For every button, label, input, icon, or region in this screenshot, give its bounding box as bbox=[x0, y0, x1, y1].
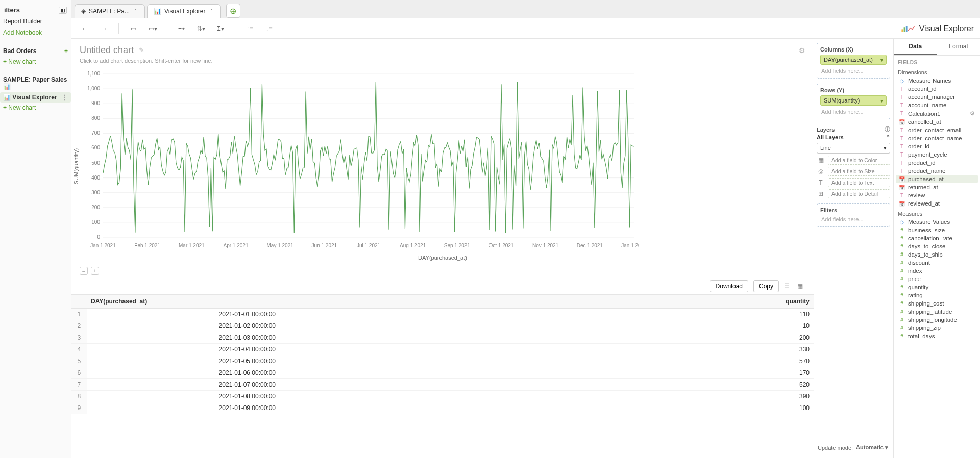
sigma-button[interactable]: Σ▾ bbox=[213, 21, 228, 36]
field-shipping-latitude[interactable]: #shipping_latitude bbox=[896, 308, 978, 316]
field-cancellation-rate[interactable]: #cancellation_rate bbox=[896, 234, 978, 242]
field-days-to-close[interactable]: #days_to_close bbox=[896, 242, 978, 250]
text-mark-field[interactable]: Add a field to Text bbox=[828, 178, 890, 187]
field-index[interactable]: #index bbox=[896, 267, 978, 275]
tab-menu-icon[interactable]: ⋮ bbox=[133, 8, 138, 15]
layout-button[interactable]: ▭ bbox=[126, 21, 140, 36]
table-row[interactable]: 22021-01-02 00:00:0010 bbox=[71, 320, 814, 332]
data-table: DAY(purchased_at) quantity 12021-01-01 0… bbox=[71, 294, 814, 458]
mark-type-select[interactable]: Line▾ bbox=[817, 143, 890, 154]
filters-shelf[interactable]: Filters Add fields here... bbox=[817, 203, 890, 227]
brand-title: Visual Explorer bbox=[919, 24, 974, 33]
rows-pill[interactable]: SUM(quantity)▾ bbox=[820, 95, 887, 106]
columns-placeholder[interactable]: Add fields here... bbox=[820, 67, 887, 75]
update-mode-select[interactable]: Automatic ▾ bbox=[856, 444, 888, 451]
table-row[interactable]: 12021-01-01 00:00:00110 bbox=[71, 309, 814, 320]
field-days-to-ship[interactable]: #days_to_ship bbox=[896, 250, 978, 259]
fields-heading: FIELDS bbox=[894, 56, 980, 66]
tab-menu-icon[interactable]: ⋮ bbox=[209, 8, 214, 15]
columns-shelf[interactable]: Columns (X) DAY(purchased_at)▾ Add field… bbox=[817, 43, 890, 79]
field-business-size[interactable]: #business_size bbox=[896, 226, 978, 234]
tab-sample[interactable]: ◈ SAMPLE: Pa... ⋮ bbox=[75, 4, 145, 18]
field-shipping-zip[interactable]: #shipping_zip bbox=[896, 324, 978, 332]
add-tab-button[interactable]: ⊕ bbox=[226, 4, 240, 18]
sort-desc-button[interactable]: ↓≡ bbox=[262, 21, 276, 36]
table-row[interactable]: 92021-01-09 00:00:00100 bbox=[71, 402, 814, 414]
chart-description[interactable]: Click to add chart description. Shift-en… bbox=[80, 58, 805, 64]
card-view-icon[interactable]: ▦ bbox=[797, 283, 805, 290]
field-measure-values[interactable]: ◇Measure Values bbox=[896, 218, 978, 226]
add-dimension-button[interactable]: +٭ bbox=[175, 21, 189, 36]
add-section-icon[interactable]: + bbox=[64, 47, 68, 55]
table-row[interactable]: 62021-01-06 00:00:00170 bbox=[71, 367, 814, 379]
rows-shelf[interactable]: Rows (Y) SUM(quantity)▾ Add fields here.… bbox=[817, 84, 890, 119]
table-row[interactable]: 42021-01-04 00:00:00330 bbox=[71, 344, 814, 355]
layout-dropdown[interactable]: ▭▾ bbox=[145, 21, 160, 36]
report-builder-link[interactable]: Report Builder bbox=[0, 16, 71, 27]
field-quantity[interactable]: #quantity bbox=[896, 283, 978, 291]
field-returned-at[interactable]: 📅returned_at bbox=[896, 183, 978, 191]
chart-title[interactable]: Untitled chart bbox=[80, 45, 134, 56]
expand-button[interactable]: + bbox=[91, 267, 99, 275]
sort-button[interactable]: ⇅▾ bbox=[194, 21, 208, 36]
all-layers-toggle[interactable]: All Layers⌃ bbox=[817, 134, 890, 141]
size-mark-field[interactable]: Add a field to Size bbox=[828, 167, 890, 176]
field-rating[interactable]: #rating bbox=[896, 291, 978, 299]
table-row[interactable]: 82021-01-08 00:00:00390 bbox=[71, 391, 814, 402]
edit-title-icon[interactable]: ✎ bbox=[139, 46, 144, 54]
detail-mark-field[interactable]: Add a field to Detail bbox=[828, 189, 890, 198]
field-account-id[interactable]: Taccount_id bbox=[896, 85, 978, 93]
field-price[interactable]: #price bbox=[896, 275, 978, 283]
field-calculation1[interactable]: TCalculation1⚙ bbox=[896, 109, 978, 118]
field-order-contact-email[interactable]: Torder_contact_email bbox=[896, 126, 978, 134]
field-account-name[interactable]: Taccount_name bbox=[896, 101, 978, 109]
table-row[interactable]: 72021-01-07 00:00:00520 bbox=[71, 379, 814, 391]
field-discount[interactable]: #discount bbox=[896, 259, 978, 267]
field-total-days[interactable]: #total_days bbox=[896, 332, 978, 340]
field-product-name[interactable]: Tproduct_name bbox=[896, 167, 978, 175]
forward-button[interactable]: → bbox=[97, 21, 111, 36]
line-chart[interactable]: 01002003004005006007008009001,0001,100Ja… bbox=[78, 69, 639, 252]
table-row[interactable]: 52021-01-05 00:00:00570 bbox=[71, 355, 814, 367]
section-bad-orders[interactable]: Bad Orders bbox=[3, 47, 36, 55]
field-shipping-cost[interactable]: #shipping_cost bbox=[896, 299, 978, 308]
columns-pill[interactable]: DAY(purchased_at)▾ bbox=[820, 55, 887, 65]
field-order-contact-name[interactable]: Torder_contact_name bbox=[896, 134, 978, 142]
table-row[interactable]: 32021-01-03 00:00:00200 bbox=[71, 332, 814, 344]
field-purchased-at[interactable]: 📅purchased_at bbox=[896, 175, 978, 183]
tab-visual-explorer[interactable]: 📊 Visual Explorer ⋮ bbox=[147, 4, 220, 18]
calc-gear-icon[interactable]: ⚙ bbox=[970, 110, 975, 117]
field-measure-names[interactable]: ◇Measure Names bbox=[896, 77, 978, 85]
field-shipping-longitude[interactable]: #shipping_longitude bbox=[896, 316, 978, 324]
layers-label: Layers bbox=[817, 126, 835, 133]
field-order-id[interactable]: Torder_id bbox=[896, 142, 978, 150]
field-product-id[interactable]: Tproduct_id bbox=[896, 159, 978, 167]
layers-info-icon[interactable]: ⓘ bbox=[885, 125, 890, 133]
tab-data[interactable]: Data bbox=[894, 39, 937, 55]
rows-placeholder[interactable]: Add fields here... bbox=[820, 108, 887, 116]
color-mark-field[interactable]: Add a field to Color bbox=[828, 156, 890, 165]
sidebar-item-visual-explorer[interactable]: 📊 Visual Explorer ⋮ bbox=[0, 92, 71, 103]
new-chart-link-2[interactable]: + New chart bbox=[0, 103, 71, 113]
sidebar-collapse-icon[interactable]: ◧ bbox=[59, 7, 67, 14]
back-button[interactable]: ← bbox=[78, 21, 92, 36]
field-account-manager[interactable]: Taccount_manager bbox=[896, 93, 978, 101]
new-chart-link[interactable]: + New chart bbox=[0, 57, 71, 67]
field-review[interactable]: Treview bbox=[896, 191, 978, 199]
col-header-quantity[interactable]: quantity bbox=[573, 295, 814, 309]
collapse-button[interactable]: – bbox=[80, 267, 88, 275]
tab-format[interactable]: Format bbox=[937, 39, 981, 55]
field-payment-cycle[interactable]: Tpayment_cycle bbox=[896, 150, 978, 159]
table-view-icon[interactable]: ☰ bbox=[784, 283, 792, 290]
sort-asc-button[interactable]: ↑≡ bbox=[242, 21, 257, 36]
add-notebook-link[interactable]: Add Notebook bbox=[0, 27, 71, 38]
copy-button[interactable]: Copy bbox=[753, 280, 779, 292]
svg-text:500: 500 bbox=[91, 160, 100, 166]
field-reviewed-at[interactable]: 📅reviewed_at bbox=[896, 199, 978, 208]
section-sample-paper-sales[interactable]: SAMPLE: Paper Sales 📊 bbox=[3, 76, 68, 90]
field-cancelled-at[interactable]: 📅cancelled_at bbox=[896, 118, 978, 126]
chart-settings-icon[interactable]: ⚙ bbox=[799, 46, 805, 55]
col-header-date[interactable]: DAY(purchased_at) bbox=[87, 295, 573, 309]
filters-placeholder[interactable]: Add fields here... bbox=[820, 215, 887, 223]
download-button[interactable]: Download bbox=[710, 280, 748, 292]
